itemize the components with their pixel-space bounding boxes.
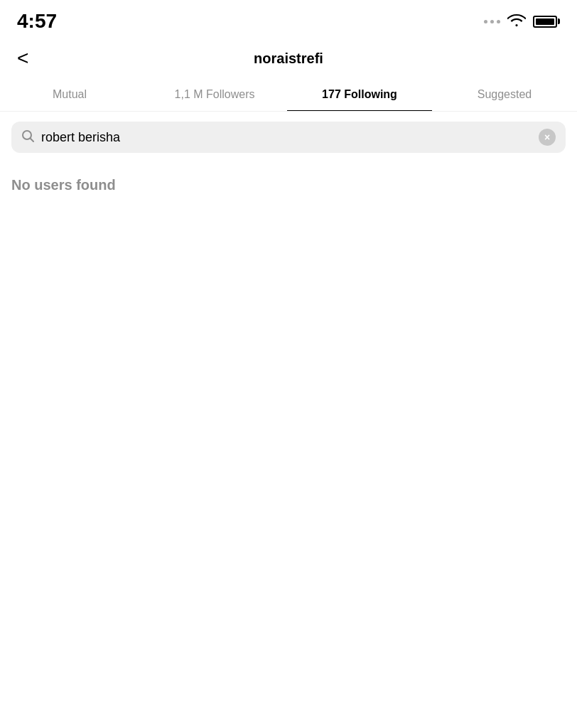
tabs-container: Mutual 1,1 M Followers 177 Following Sug… [0, 78, 577, 112]
no-results-message: No users found [0, 163, 577, 208]
tab-mutual[interactable]: Mutual [0, 78, 142, 111]
search-container: × [0, 112, 577, 163]
search-bar: × [11, 122, 566, 153]
search-input[interactable] [41, 130, 532, 145]
tab-following[interactable]: 177 Following [287, 78, 432, 111]
status-time: 4:57 [17, 10, 57, 33]
tab-followers[interactable]: 1,1 M Followers [142, 78, 287, 111]
tab-suggested[interactable]: Suggested [432, 78, 577, 111]
back-button[interactable]: < [17, 48, 28, 68]
battery-icon [533, 16, 560, 28]
status-icons [484, 13, 560, 30]
svg-line-1 [31, 139, 33, 141]
search-clear-button[interactable]: × [539, 129, 556, 146]
nav-bar: < noraistrefi [0, 38, 577, 78]
status-bar: 4:57 [0, 0, 577, 38]
profile-username: noraistrefi [254, 50, 323, 67]
wifi-icon [507, 13, 526, 30]
search-icon [21, 129, 34, 146]
signal-icon [484, 20, 500, 23]
svg-point-0 [23, 131, 31, 139]
